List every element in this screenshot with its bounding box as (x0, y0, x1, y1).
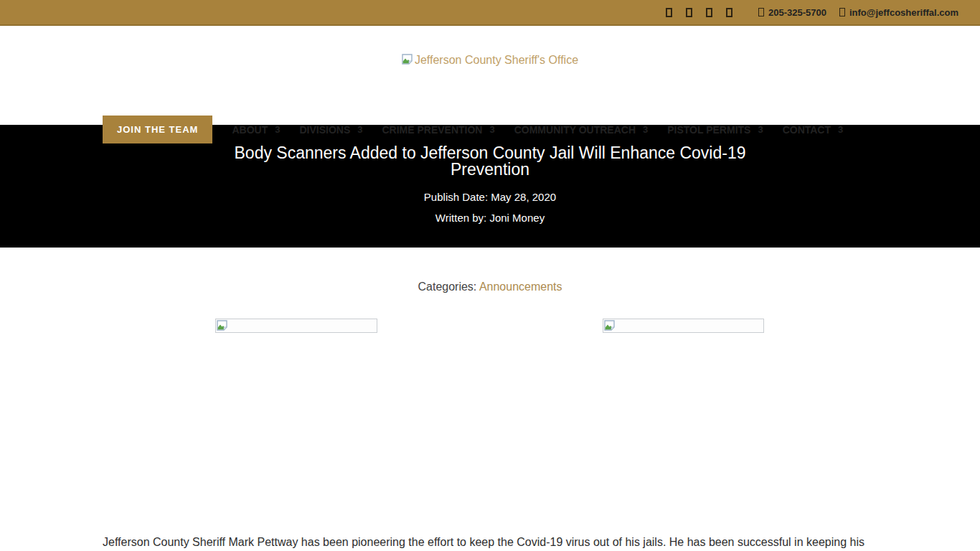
nav-item-about[interactable]: ABOUT 3 (232, 124, 280, 136)
dropdown-arrow-icon: 3 (357, 124, 362, 135)
written-by: Written by: Joni Money (0, 212, 980, 224)
top-bar: 205-325-5700 info@jeffcosheriffal.com (0, 0, 980, 26)
nav-item-contact[interactable]: CONTACT 3 (783, 124, 844, 136)
categories-line: Categories: Announcements (0, 248, 980, 293)
nav-item-divisions[interactable]: DIVISIONS 3 (299, 124, 362, 136)
social-icon-3[interactable] (706, 8, 712, 17)
phone-number: 205-325-5700 (768, 7, 826, 18)
broken-image-icon (217, 320, 228, 331)
nav-label: DIVISIONS (299, 124, 350, 136)
article-image-broken-1 (215, 319, 377, 333)
dropdown-arrow-icon: 3 (643, 124, 648, 135)
dropdown-arrow-icon: 3 (758, 124, 763, 135)
article-title: Body Scanners Added to Jefferson County … (221, 145, 759, 179)
site-header: Jefferson County Sheriff's Office JOIN T… (0, 26, 980, 125)
phone-icon (758, 8, 764, 17)
nav-label: COMMUNITY OUTREACH (514, 124, 636, 136)
social-icon-2[interactable] (686, 8, 692, 17)
nav-label: CONTACT (783, 124, 831, 136)
dropdown-arrow-icon: 3 (838, 124, 843, 135)
dropdown-arrow-icon: 3 (489, 124, 494, 135)
email-link[interactable]: info@jeffcosheriffal.com (839, 7, 958, 18)
social-icon-4[interactable] (726, 8, 732, 17)
article-image-broken-2 (603, 319, 764, 333)
category-link-announcements[interactable]: Announcements (479, 281, 562, 293)
site-logo-alt-text: Jefferson County Sheriff's Office (415, 54, 578, 66)
article-content: Categories: Announcements Jefferson Coun… (0, 248, 980, 550)
dropdown-arrow-icon: 3 (275, 124, 280, 135)
nav-item-community-outreach[interactable]: COMMUNITY OUTREACH 3 (514, 124, 649, 136)
nav-item-crime-prevention[interactable]: CRIME PREVENTION 3 (382, 124, 494, 136)
categories-label: Categories: (418, 281, 479, 293)
article-paragraph: Jefferson County Sheriff Mark Pettway ha… (103, 535, 877, 550)
article-images-row (0, 319, 980, 333)
publish-date: Publish Date: May 28, 2020 (0, 191, 980, 203)
social-icons-group (666, 8, 732, 17)
broken-image-icon (604, 320, 616, 331)
site-logo-link[interactable]: Jefferson County Sheriff's Office (0, 54, 980, 66)
nav-label: PISTOL PERMITS (667, 124, 750, 136)
phone-link[interactable]: 205-325-5700 (758, 7, 826, 18)
broken-image-icon (402, 54, 413, 65)
join-the-team-button[interactable]: JOIN THE TEAM (103, 116, 212, 143)
social-icon-1[interactable] (666, 8, 672, 17)
nav-label: ABOUT (232, 124, 268, 136)
nav-item-pistol-permits[interactable]: PISTOL PERMITS 3 (667, 124, 763, 136)
email-icon (839, 8, 845, 17)
nav-label: CRIME PREVENTION (382, 124, 482, 136)
main-navigation: JOIN THE TEAM ABOUT 3 DIVISIONS 3 CRIME … (103, 116, 877, 143)
email-address: info@jeffcosheriffal.com (849, 7, 958, 18)
